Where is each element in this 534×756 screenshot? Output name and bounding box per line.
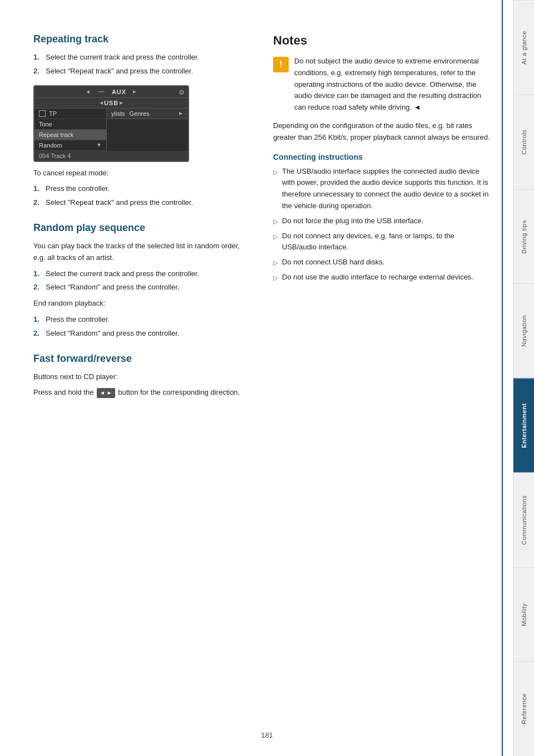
warning-icon: ! bbox=[273, 57, 289, 72]
buttons-label: Buttons next to CD player: bbox=[33, 371, 251, 383]
repeat-track-label: Repeat track bbox=[39, 131, 73, 138]
press-hold-text: Press and hold the ◄ ► button for the co… bbox=[33, 387, 251, 399]
step-number: 1. bbox=[33, 52, 42, 63]
list-item: 1. Press the controller. bbox=[33, 314, 251, 326]
tone-label: Tone bbox=[39, 121, 52, 127]
right-arrow-icon: ► bbox=[118, 100, 124, 106]
random-label: Random bbox=[39, 142, 62, 149]
bullet-text: Do not connect USB hard disks. bbox=[282, 257, 384, 268]
genres-tab: Genres bbox=[129, 110, 149, 117]
random-play-title: Random play sequence bbox=[33, 222, 251, 234]
step-number: 1. bbox=[33, 268, 42, 280]
step-text: Select "Repeat track" and press the cont… bbox=[46, 197, 193, 209]
usb-label: USB bbox=[104, 100, 118, 106]
warning-box: ! Do not subject the audio device to ext… bbox=[273, 56, 491, 114]
repeating-track-steps: 1. Select the current track and press th… bbox=[33, 52, 251, 77]
step-text: Press the controller. bbox=[46, 314, 110, 326]
list-item: ▷ Do not connect any devices, e.g. fans … bbox=[273, 230, 491, 254]
random-play-intro: You can play back the tracks of the sele… bbox=[33, 240, 251, 264]
sidebar-item-driving-tips[interactable]: Driving tips bbox=[513, 189, 534, 284]
list-item: 2. Select "Repeat track" and press the c… bbox=[33, 66, 251, 77]
list-item: 2. Select "Random" and press the control… bbox=[33, 282, 251, 293]
bullet-text: The USB/audio interface supplies the con… bbox=[282, 166, 491, 212]
step-text: Select "Random" and press the controller… bbox=[46, 328, 179, 340]
cancel-mode-label: To cancel repeat mode: bbox=[33, 168, 251, 179]
dropdown-icon: ▼ bbox=[96, 142, 102, 148]
step-number: 1. bbox=[33, 314, 42, 326]
menu-item-random: Random ▼ bbox=[34, 140, 106, 151]
bullet-text: Do not force the plug into the USB inter… bbox=[282, 215, 423, 227]
sidebar-label: At a glance bbox=[521, 31, 527, 65]
ff-button-icon: ◄ ► bbox=[97, 388, 115, 398]
sidebar-item-communications[interactable]: Communications bbox=[513, 473, 534, 567]
list-item: ▷ Do not force the plug into the USB int… bbox=[273, 215, 491, 227]
cancel-steps: 1. Press the controller. 2. Select "Repe… bbox=[33, 183, 251, 209]
list-item: ▷ Do not use the audio interface to rech… bbox=[273, 272, 491, 283]
bullet-text: Do not use the audio interface to rechar… bbox=[282, 272, 473, 283]
end-random-label: End random playback: bbox=[33, 298, 251, 310]
random-play-steps: 1. Select the current track and press th… bbox=[33, 268, 251, 294]
step-text: Select "Random" and press the controller… bbox=[46, 282, 179, 293]
step-text: Press the controller. bbox=[46, 183, 110, 195]
list-item: 2. Select "Random" and press the control… bbox=[33, 328, 251, 340]
screen-footer: 004 Track 4 bbox=[34, 151, 188, 161]
button-suffix: button for the corresponding direction. bbox=[118, 388, 240, 396]
connecting-title: Connecting instructions bbox=[273, 153, 491, 161]
bullet-arrow-icon: ▷ bbox=[273, 273, 278, 283]
press-label: Press and hold the bbox=[33, 388, 93, 396]
notes-title: Notes bbox=[273, 33, 491, 48]
vertical-separator bbox=[502, 0, 503, 756]
repeating-track-title: Repeating track bbox=[33, 33, 251, 45]
additional-text: Depending on the configuration of the au… bbox=[273, 120, 491, 144]
sidebar-item-navigation[interactable]: Navigation bbox=[513, 283, 534, 378]
warning-text: Do not subject the audio device to extre… bbox=[294, 56, 491, 114]
sidebar-item-at-a-glance[interactable]: At a glance bbox=[513, 0, 534, 95]
screen-display: ◄ ━━ AUX ► ⚙ ◄ USB ► bbox=[33, 85, 189, 162]
settings-icon: ⚙ bbox=[179, 89, 185, 96]
step-number: 2. bbox=[33, 197, 42, 209]
step-number: 2. bbox=[33, 66, 42, 77]
left-arrow-icon: ◄ bbox=[85, 89, 91, 95]
bullet-arrow-icon: ▷ bbox=[273, 168, 278, 178]
sidebar-label: Reference bbox=[521, 694, 527, 724]
step-text: Select the current track and press the c… bbox=[46, 268, 199, 280]
bullet-arrow-icon: ▷ bbox=[273, 258, 278, 268]
menu-item-tp: TP bbox=[34, 109, 106, 119]
screen-tabs: ylists Genres ► bbox=[107, 109, 188, 119]
warning-content: Do not subject the audio device to extre… bbox=[294, 57, 481, 111]
menu-item-repeat-track: Repeat track bbox=[34, 130, 106, 140]
screen-usb-bar: ◄ USB ► bbox=[34, 98, 188, 109]
ff-symbol: ◄ ► bbox=[100, 389, 112, 397]
sidebar-label: Driving tips bbox=[521, 220, 527, 253]
screen-aux-bar: ◄ ━━ AUX ► ⚙ bbox=[34, 86, 188, 98]
sidebar-label: Communications bbox=[521, 495, 527, 545]
left-arrow-icon: ◄ bbox=[98, 100, 104, 106]
end-random-steps: 1. Press the controller. 2. Select "Rand… bbox=[33, 314, 251, 340]
step-number: 2. bbox=[33, 328, 42, 340]
menu-item-tone: Tone bbox=[34, 119, 106, 130]
list-item: 1. Select the current track and press th… bbox=[33, 268, 251, 280]
sidebar-item-reference[interactable]: Reference bbox=[513, 661, 534, 756]
right-arrow-icon: ► bbox=[132, 89, 137, 95]
list-item: ▷ Do not connect USB hard disks. bbox=[273, 257, 491, 268]
sidebar-label: Entertainment bbox=[521, 403, 527, 448]
list-item: 1. Select the current track and press th… bbox=[33, 52, 251, 63]
track-info: 004 Track 4 bbox=[39, 153, 71, 159]
step-text: Select "Repeat track" and press the cont… bbox=[46, 66, 193, 77]
sidebar-label: Controls bbox=[521, 130, 527, 155]
tp-checkbox bbox=[39, 110, 46, 117]
right-column: Notes ! Do not subject the audio device … bbox=[273, 33, 491, 723]
side-navigation: At a glance Controls Driving tips Naviga… bbox=[513, 0, 534, 756]
bullet-arrow-icon: ▷ bbox=[273, 217, 278, 227]
sidebar-item-mobility[interactable]: Mobility bbox=[513, 567, 534, 662]
playlists-tab: ylists bbox=[111, 110, 125, 117]
sidebar-item-entertainment[interactable]: Entertainment bbox=[513, 378, 534, 473]
left-column: Repeating track 1. Select the current tr… bbox=[33, 33, 251, 723]
step-text: Select the current track and press the c… bbox=[46, 52, 199, 63]
step-number: 2. bbox=[33, 282, 42, 293]
tp-label: TP bbox=[49, 110, 57, 117]
sidebar-item-controls[interactable]: Controls bbox=[513, 95, 534, 189]
page-number: 181 bbox=[261, 731, 273, 739]
list-item: 1. Press the controller. bbox=[33, 183, 251, 195]
main-content: Repeating track 1. Select the current tr… bbox=[0, 0, 513, 756]
